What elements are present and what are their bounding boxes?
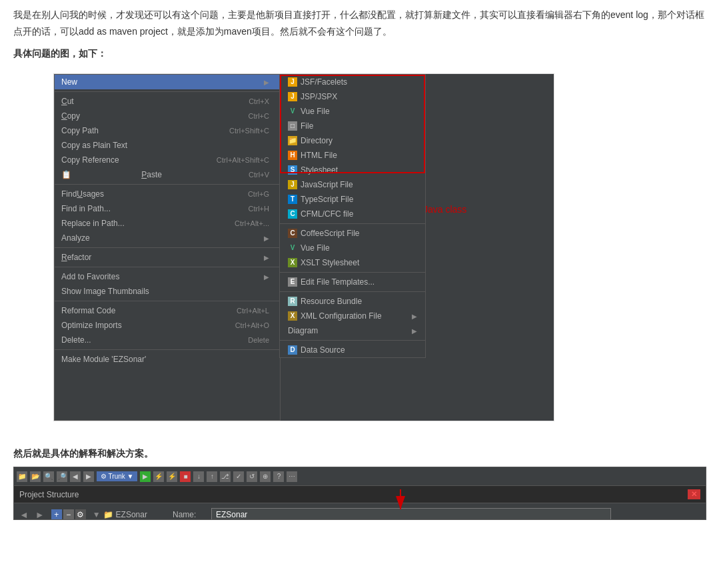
tree-expand-arrow[interactable]: ▼ xyxy=(93,510,101,519)
submenu-separator-1 xyxy=(280,223,425,224)
name-label: Name: xyxy=(173,510,206,519)
submenu-item-xslt[interactable]: X XSLT Stylesheet xyxy=(280,255,425,270)
datasource-icon: D xyxy=(288,345,297,355)
submenu-item-cfml[interactable]: C CFML/CFC file xyxy=(280,207,425,221)
ide-toolbar: 📁 📂 🔍 🔎 ◀ ▶ ⚙ Trunk ▼ ▶ ⚡ ⚡ ■ ↓ ↑ ⎇ ✓ ↺ … xyxy=(14,467,706,486)
submenu-item-jsp[interactable]: J JSP/JSPX xyxy=(280,89,425,104)
toolbar-folder-icon[interactable]: 📁 xyxy=(17,471,27,482)
submenu-arrow-new: ▶ xyxy=(264,79,269,86)
submenu-item-coffeescript[interactable]: C CoffeeScript File xyxy=(280,226,425,241)
submenu-item-vue1[interactable]: V Vue File xyxy=(280,104,425,119)
menu-item-find-path[interactable]: Find in Path... Ctrl+H xyxy=(55,201,280,216)
add-remove-buttons: + − ⚙ xyxy=(51,509,86,520)
submenu-item-jsf[interactable]: J JSF/Facelets xyxy=(280,75,425,89)
submenu-item-datasource[interactable]: D Data Source xyxy=(280,343,425,357)
separator-2 xyxy=(55,184,280,185)
remove-button[interactable]: − xyxy=(63,509,74,520)
submenu-item-js[interactable]: J JavaScript File xyxy=(280,177,425,192)
tree-folder-icon: 📁 xyxy=(103,510,113,519)
settings-button[interactable]: ⚙ xyxy=(75,509,86,520)
name-input[interactable] xyxy=(211,508,611,520)
submenu-separator-4 xyxy=(280,340,425,341)
jsp-icon: J xyxy=(288,92,297,101)
submenu-item-resource[interactable]: R Resource Bundle xyxy=(280,294,425,309)
context-menu-left: New ▶ Cut Ctrl+X Copy Ctrl+C Copy Path C… xyxy=(54,74,281,421)
submenu-item-ts[interactable]: T TypeScript File xyxy=(280,192,425,207)
submenu-item-directory[interactable]: 📁 Directory xyxy=(280,133,425,148)
name-field-row: Name: xyxy=(167,505,616,520)
toolbar-vcs1-icon[interactable]: ↓ xyxy=(193,471,204,482)
toolbar-run2-icon[interactable]: ⚡ xyxy=(153,471,164,482)
menu-item-copy[interactable]: Copy Ctrl+C xyxy=(55,109,280,123)
toolbar-vcs3-icon[interactable]: ⎇ xyxy=(220,471,231,482)
menu-item-optimize[interactable]: Optimize Imports Ctrl+Alt+O xyxy=(55,318,280,333)
project-structure-title: Project Structure xyxy=(19,490,79,499)
toolbar-stop-icon[interactable]: ■ xyxy=(180,471,191,482)
menu-item-new[interactable]: New ▶ xyxy=(55,75,280,89)
screenshot-context-menu: New ▶ Cut Ctrl+X Copy Ctrl+C Copy Path C… xyxy=(53,73,554,421)
xslt-icon: X xyxy=(288,258,297,267)
toolbar-more-icon[interactable]: ⋯ xyxy=(287,471,297,482)
nav-forward-button[interactable]: ► xyxy=(35,509,45,520)
submenu-arrow-xml: ▶ xyxy=(412,313,417,320)
menu-item-refactor[interactable]: Refactor ▶ xyxy=(55,250,280,265)
submenu-item-vue2[interactable]: V Vue File xyxy=(280,241,425,255)
ide-screenshot: 📁 📂 🔍 🔎 ◀ ▶ ⚙ Trunk ▼ ▶ ⚡ ⚡ ■ ↓ ↑ ⎇ ✓ ↺ … xyxy=(13,467,706,520)
jsf-icon: J xyxy=(288,77,297,87)
separator-3 xyxy=(55,247,280,248)
toolbar-vcs2-icon[interactable]: ↑ xyxy=(207,471,217,482)
submenu-separator-2 xyxy=(280,272,425,273)
toolbar-folder2-icon[interactable]: 📂 xyxy=(30,471,41,482)
menu-item-make-module[interactable]: Make Module 'EZSonar' xyxy=(55,352,280,367)
css-icon: S xyxy=(288,165,297,175)
project-structure-content: ◄ ► + − ⚙ ▼ 📁 EZSonar Name: xyxy=(14,503,706,520)
toolbar-vcs5-icon[interactable]: ↺ xyxy=(247,471,257,482)
add-button[interactable]: + xyxy=(51,509,62,520)
html-icon: H xyxy=(288,151,297,160)
toolbar-back-icon[interactable]: ◀ xyxy=(70,471,81,482)
menu-item-copy-path[interactable]: Copy Path Ctrl+Shift+C xyxy=(55,123,280,138)
menu-item-copy-ref[interactable]: Copy Reference Ctrl+Alt+Shift+C xyxy=(55,153,280,167)
nav-back-button[interactable]: ◄ xyxy=(19,509,29,520)
menu-item-add-favorites[interactable]: Add to Favorites ▶ xyxy=(55,269,280,284)
separator-6 xyxy=(55,349,280,350)
ts-icon: T xyxy=(288,195,297,204)
article-paragraph: 我是在别人问我的时候，才发现还可以有这个问题，主要是他新项目直接打开，什么都没配… xyxy=(13,7,708,40)
menu-item-paste[interactable]: 📋 Paste Ctrl+V xyxy=(55,167,280,182)
separator-1 xyxy=(55,91,280,92)
submenu-item-html[interactable]: H HTML File xyxy=(280,148,425,163)
menu-item-cut[interactable]: Cut Ctrl+X xyxy=(55,94,280,109)
submenu-item-stylesheet[interactable]: S Stylesheet xyxy=(280,163,425,177)
trunk-dropdown[interactable]: ⚙ Trunk ▼ xyxy=(97,471,137,481)
toolbar-forward-icon[interactable]: ▶ xyxy=(83,471,94,482)
submenu-separator-3 xyxy=(280,291,425,292)
resource-icon: R xyxy=(288,297,297,306)
context-submenu-new: J JSF/Facelets J JSP/JSPX V Vue File □ xyxy=(279,74,426,358)
menu-item-copy-plain[interactable]: Copy as Plain Text xyxy=(55,138,280,153)
submenu-item-file[interactable]: □ File xyxy=(280,119,425,133)
toolbar-run-icon[interactable]: ▶ xyxy=(140,471,151,482)
file-icon: □ xyxy=(288,121,297,131)
toolbar-vcs4-icon[interactable]: ✓ xyxy=(233,471,244,482)
section-heading-1: 具体问题的图，如下： xyxy=(13,48,708,60)
toolbar-run3-icon[interactable]: ⚡ xyxy=(167,471,177,482)
submenu-arrow-favorites: ▶ xyxy=(264,273,269,281)
project-structure-close-button[interactable]: ✕ xyxy=(688,489,700,499)
menu-item-thumbnails[interactable]: Show Image Thumbnails xyxy=(55,284,280,299)
submenu-item-edit-templates[interactable]: E Edit File Templates... xyxy=(280,275,425,289)
toolbar-search1-icon[interactable]: 🔍 xyxy=(43,471,54,482)
toolbar-vcs6-icon[interactable]: ⊕ xyxy=(260,471,271,482)
js-icon: J xyxy=(288,180,297,189)
menu-item-delete[interactable]: Delete... Delete xyxy=(55,333,280,347)
menu-item-reformat[interactable]: Reformat Code Ctrl+Alt+L xyxy=(55,303,280,318)
menu-item-analyze[interactable]: Analyze ▶ xyxy=(55,231,280,245)
project-structure-bar: Project Structure ✕ xyxy=(14,486,706,503)
menu-item-find-usages[interactable]: Find Usages Ctrl+G xyxy=(55,187,280,201)
menu-item-replace-path[interactable]: Replace in Path... Ctrl+Alt+... xyxy=(55,216,280,231)
toolbar-help-icon[interactable]: ? xyxy=(273,471,284,482)
cf-icon: C xyxy=(288,209,297,219)
submenu-arrow-analyze: ▶ xyxy=(264,235,269,242)
submenu-item-xml[interactable]: X XML Configuration File ▶ xyxy=(280,309,425,323)
submenu-item-diagram[interactable]: Diagram ▶ xyxy=(280,323,425,338)
toolbar-search2-icon[interactable]: 🔎 xyxy=(57,471,67,482)
